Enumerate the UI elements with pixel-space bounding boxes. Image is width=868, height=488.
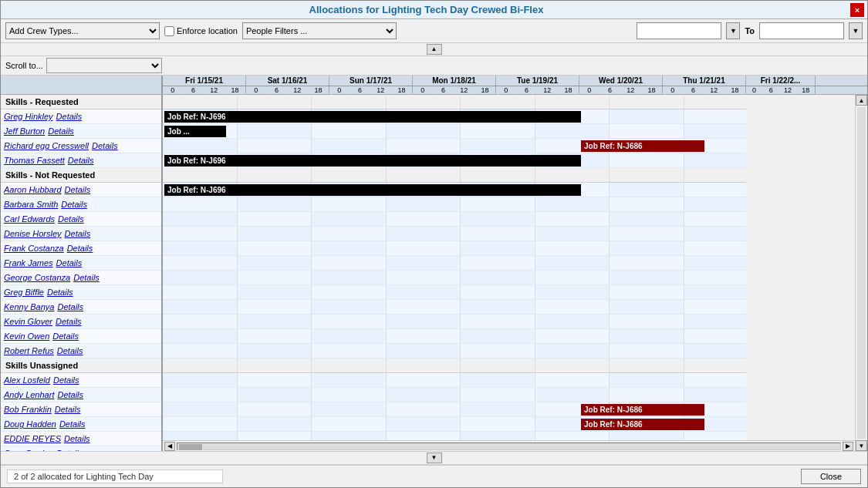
gantt-row: Job Ref: N-J696 [163, 183, 746, 197]
scroll-right-button[interactable]: ▶ [843, 442, 853, 451]
gantt-scroll-area: Job Ref: N-J696 Job ... Job Ref: N [163, 95, 855, 440]
detail-link[interactable]: Details [92, 141, 118, 150]
list-item: Alex Losfeld Details [1, 373, 161, 388]
detail-link[interactable]: Details [56, 112, 83, 121]
detail-link[interactable]: Details [56, 258, 83, 268]
person-link[interactable]: Bob Franklin [4, 405, 52, 414]
gantt-row [163, 227, 746, 241]
detail-link[interactable]: Details [57, 390, 83, 399]
scroll-up-button[interactable]: ▲ [427, 44, 442, 55]
list-item: Frank Costanza Details [1, 241, 161, 256]
people-filter-dropdown[interactable]: People Filters ... [242, 22, 397, 39]
from-date-input[interactable]: 1/15/2021 [637, 22, 721, 39]
list-item: Denise Horsley Details [1, 227, 161, 241]
detail-link[interactable]: Details [61, 200, 87, 209]
person-link[interactable]: Greg Hinkley [4, 112, 53, 121]
gantt-row [163, 344, 746, 358]
gantt-section-row [163, 95, 746, 109]
close-button[interactable]: Close [801, 469, 861, 484]
scroll-left-button[interactable]: ◀ [164, 442, 175, 451]
day-headers-container: Fri 1/15/21 Sat 1/16/21 Sun 1/17/21 Mon … [163, 76, 867, 94]
toolbar: Add Crew Types... Enforce location Peopl… [1, 19, 867, 43]
to-date-input[interactable]: 1/23/2021 [759, 22, 844, 39]
detail-link[interactable]: Details [65, 185, 91, 194]
person-link[interactable]: Andy Lenhart [4, 390, 54, 399]
scroll-up-vert-button[interactable]: ▲ [856, 95, 867, 106]
gantt-row [163, 197, 746, 212]
detail-link[interactable]: Details [68, 156, 94, 165]
person-link[interactable]: Jeff Burton [4, 126, 45, 136]
day-header-thu121: Thu 1/21/21 [663, 76, 746, 86]
list-item: Barbara Smith Details [1, 197, 161, 212]
detail-link[interactable]: Details [59, 419, 86, 429]
person-link[interactable]: George Costanza [4, 273, 70, 282]
list-item: Greg Hinkley Details [1, 109, 161, 124]
horizontal-scrollbar[interactable]: ◀ ▶ [163, 440, 855, 451]
from-date-picker-button[interactable]: ▼ [726, 22, 740, 39]
detail-link[interactable]: Details [64, 434, 90, 443]
list-item: Doug Hadden Details [1, 417, 161, 432]
day-header-fri115: Fri 1/15/21 [163, 76, 246, 86]
scroll-to-select[interactable] [46, 58, 162, 73]
scroll-down-vert-button[interactable]: ▼ [856, 440, 867, 451]
detail-link[interactable]: Details [56, 317, 82, 326]
detail-link[interactable]: Details [67, 244, 93, 253]
detail-link[interactable]: Details [53, 375, 79, 385]
status-text: 2 of 2 allocated for Lighting Tech Day [7, 469, 223, 483]
detail-link[interactable]: Details [47, 288, 73, 297]
detail-link[interactable]: Details [52, 332, 79, 341]
gantt-row: Job Ref: N-J686 [163, 139, 746, 153]
person-link[interactable]: EDDIE REYES [4, 434, 61, 443]
detail-link[interactable]: Details [48, 126, 74, 136]
person-link[interactable]: Alex Losfeld [4, 375, 50, 385]
detail-link[interactable]: Details [65, 229, 91, 238]
list-item: Richard egg Cresswell Details [1, 139, 161, 153]
list-item: Greg Biffle Details [1, 285, 161, 300]
person-link[interactable]: Denise Horsley [4, 229, 62, 238]
gantt-row: Job Ref: N-J696 [163, 109, 746, 124]
person-link[interactable]: Frank James [4, 258, 53, 268]
job-bar: Job Ref: N-J696 [164, 184, 581, 196]
detail-link[interactable]: Details [58, 214, 84, 224]
to-label: To [745, 26, 755, 35]
person-link[interactable]: Thomas Fassett [4, 156, 65, 165]
detail-link[interactable]: Details [57, 346, 83, 355]
to-date-picker-button[interactable]: ▼ [849, 22, 863, 39]
job-bar: Job Ref: N-J686 [581, 140, 704, 152]
vertical-scrollbar[interactable]: ▲ ▼ [855, 95, 867, 451]
person-link[interactable]: Barbara Smith [4, 200, 58, 209]
enforce-location-checkbox[interactable] [164, 26, 174, 36]
scroll-down-area: ▼ [1, 451, 867, 465]
gantt-row [163, 329, 746, 344]
scroll-down-button[interactable]: ▼ [427, 453, 442, 463]
person-link[interactable]: Doug Hadden [4, 419, 56, 429]
day-header-tue119: Tue 1/19/21 [496, 76, 579, 86]
window-title: Allocations for Lighting Tech Day Crewed… [309, 4, 544, 15]
day-header-mon118: Mon 1/18/21 [413, 76, 496, 86]
list-item: Jeff Burton Details [1, 124, 161, 139]
person-link[interactable]: Richard egg Cresswell [4, 141, 89, 150]
person-link[interactable]: Carl Edwards [4, 214, 55, 224]
detail-link[interactable]: Details [57, 302, 83, 311]
list-item: Kevin Owen Details [1, 329, 161, 344]
scroll-thumb [179, 444, 202, 450]
person-link[interactable]: Robert Refus [4, 346, 54, 355]
gantt-row [163, 271, 746, 285]
close-window-button[interactable]: × [850, 3, 864, 17]
person-link[interactable]: Frank Costanza [4, 244, 64, 253]
list-item: George Costanza Details [1, 271, 161, 285]
person-link[interactable]: Kevin Owen [4, 332, 49, 341]
crew-types-dropdown[interactable]: Add Crew Types... [5, 22, 160, 39]
detail-link[interactable]: Details [55, 405, 81, 414]
gantt-column: Job Ref: N-J696 Job ... Job Ref: N [163, 95, 855, 451]
scroll-to-row: Scroll to... [1, 56, 867, 76]
person-link[interactable]: Kenny Banya [4, 302, 54, 311]
person-link[interactable]: Aaron Hubbard [4, 185, 62, 194]
scroll-track[interactable] [177, 443, 841, 450]
job-bar: Job Ref: N-J686 [581, 404, 704, 416]
list-item: Bob Franklin Details [1, 402, 161, 417]
detail-link[interactable]: Details [73, 273, 100, 282]
person-link[interactable]: Kevin Glover [4, 317, 52, 326]
day-header-sun117: Sun 1/17/21 [329, 76, 413, 86]
person-link[interactable]: Greg Biffle [4, 288, 44, 297]
